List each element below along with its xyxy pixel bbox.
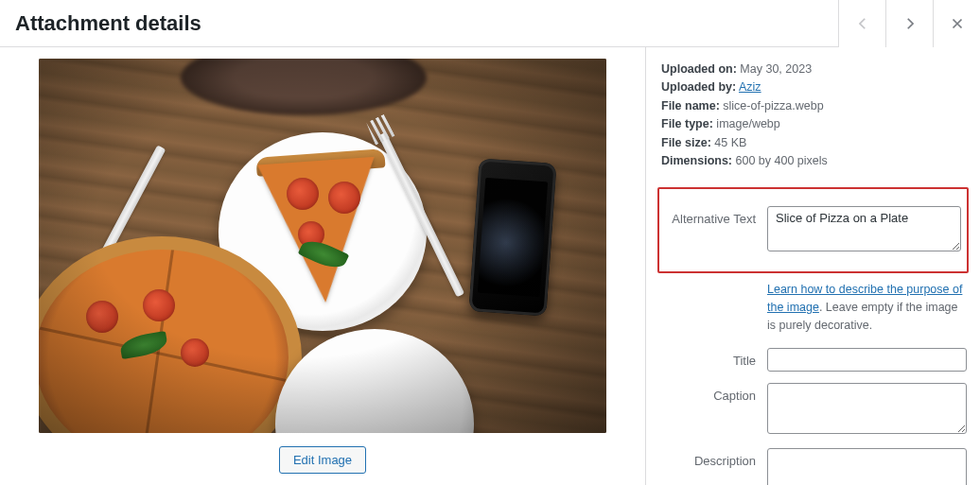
media-preview-column: Edit Image [0,47,645,485]
details-sidebar: Uploaded on: May 30, 2023 Uploaded by: A… [645,47,980,485]
chevron-right-icon [901,15,919,32]
prev-button[interactable] [838,0,885,47]
file-type-value: image/webp [716,117,779,130]
alt-text-input[interactable]: Slice of Pizza on a Plate [767,206,961,251]
uploaded-by-label: Uploaded by: [661,80,736,94]
close-button[interactable] [933,0,980,47]
alt-text-label: Alternative Text [661,206,767,226]
file-size-value: 45 KB [714,136,746,149]
uploaded-on-value: May 30, 2023 [740,62,812,76]
file-name-value: slice-of-pizza.webp [723,99,823,113]
title-row: Title [661,348,967,372]
next-button[interactable] [885,0,933,47]
dimensions-value: 600 by 400 pixels [736,154,828,167]
file-size-label: File size: [661,136,711,149]
modal-header: Attachment details [0,0,980,47]
file-type-label: File type: [661,117,713,130]
alt-text-help: Learn how to describe the purpose of the… [767,281,967,334]
caption-input[interactable] [767,383,967,434]
file-name-label: File name: [661,99,720,113]
description-input[interactable] [767,448,967,486]
attachment-image [39,59,606,433]
close-icon [949,15,966,32]
description-row: Description [661,448,967,486]
uploaded-by-link[interactable]: Aziz [739,80,761,94]
caption-label: Caption [661,383,767,403]
title-input[interactable] [767,348,967,372]
caption-row: Caption [661,383,967,437]
dimensions-label: Dimensions: [661,154,732,167]
attachment-meta: Uploaded on: May 30, 2023 Uploaded by: A… [661,61,967,170]
edit-image-button[interactable]: Edit Image [279,446,366,474]
description-label: Description [661,448,767,468]
uploaded-on-label: Uploaded on: [661,62,737,76]
title-label: Title [661,348,767,368]
alt-text-row: Alternative Text Slice of Pizza on a Pla… [657,187,969,273]
chevron-left-icon [854,15,871,32]
page-title: Attachment details [0,11,217,36]
header-actions [838,0,980,46]
